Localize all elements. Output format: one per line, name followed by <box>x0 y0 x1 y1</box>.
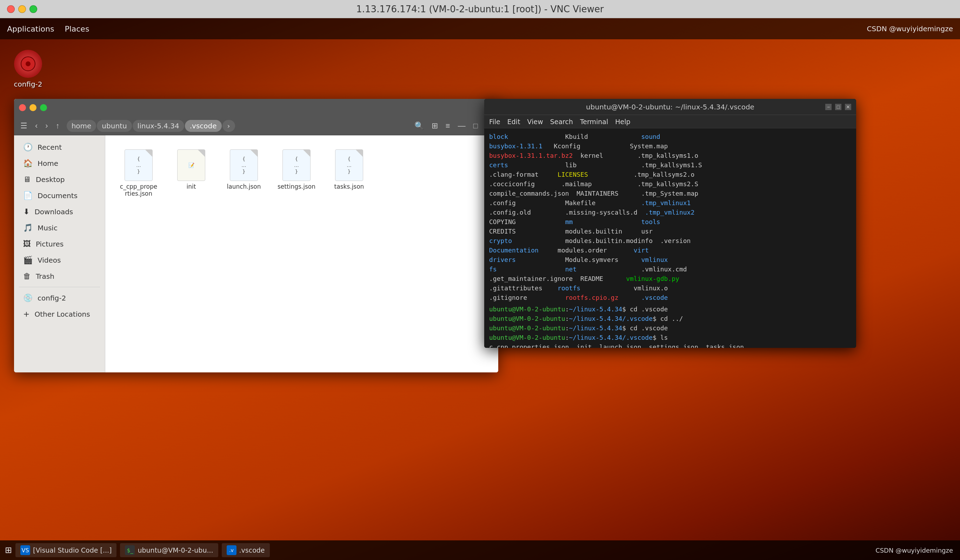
fm-places-btn[interactable]: ☰ <box>18 120 30 132</box>
other-locations-icon: + <box>23 310 29 318</box>
pictures-icon: 🖼 <box>23 239 31 248</box>
fm-view-toggle-btn[interactable]: ⊞ <box>429 120 441 132</box>
vnc-title: 1.13.176.174:1 (VM-0-2-ubuntu:1 [root]) … <box>356 4 604 14</box>
fm-fullscreen-btn[interactable]: □ <box>470 120 481 132</box>
sidebar-item-recent-label: Recent <box>38 143 62 152</box>
file-label-init: init <box>187 183 196 190</box>
sidebar-item-documents-label: Documents <box>38 191 78 200</box>
taskbar-terminal-label: ubuntu@VM-0-2-ubu... <box>138 546 213 554</box>
fm-crumb-ubuntu[interactable]: ubuntu <box>97 120 131 132</box>
vnc-close-btn[interactable] <box>7 5 15 13</box>
term-line-15: fs net .vmlinux.cmd <box>489 265 851 274</box>
file-icon-tasks: { ...} <box>335 149 363 181</box>
file-icon-launch: { ...} <box>230 149 258 181</box>
taskbar: ⊞ VS [Visual Studio Code [...] $_ ubuntu… <box>0 540 960 560</box>
vnc-min-btn[interactable] <box>18 5 26 13</box>
term-line-10: COPYING mm tools <box>489 217 851 227</box>
file-c-cpp[interactable]: { ...} c_cpp_properties.json <box>116 146 162 201</box>
desktop-icon-config2[interactable]: config-2 <box>7 50 49 88</box>
taskbar-item-terminal[interactable]: $_ ubuntu@VM-0-2-ubu... <box>120 543 218 557</box>
fm-minimize-btn[interactable]: — <box>455 120 469 132</box>
taskbar-item-vscode[interactable]: VS [Visual Studio Code [...] <box>16 543 117 557</box>
term-cmd-4: ubuntu@VM-0-2-ubuntu:~/linux-5.4.34/.vsc… <box>489 333 851 342</box>
term-menu-view[interactable]: View <box>527 118 543 126</box>
ubuntu-panel: Applications Places CSDN @wuyiyidemingze <box>0 18 960 39</box>
taskbar-user-label: CSDN @wuyiyidemingze <box>875 547 953 554</box>
taskbar-item-vscode-folder[interactable]: .v .vscode <box>222 543 270 557</box>
fm-search-btn[interactable]: 🔍 <box>411 120 427 132</box>
sidebar-item-music-label: Music <box>38 224 58 232</box>
fm-crumb-next[interactable]: › <box>222 120 235 132</box>
places-menu[interactable]: Places <box>64 24 89 34</box>
term-menu-file[interactable]: File <box>489 118 500 126</box>
sidebar-item-downloads[interactable]: ⬇ Downloads <box>16 204 103 220</box>
term-body[interactable]: block Kbuild sound busybox-1.31.1 Kconfi… <box>484 128 856 348</box>
term-menu-edit[interactable]: Edit <box>507 118 520 126</box>
recent-icon: 🕐 <box>23 143 33 152</box>
sidebar-item-videos[interactable]: 🎬 Videos <box>16 252 103 268</box>
taskbar-right: CSDN @wuyiyidemingze <box>875 547 953 554</box>
file-icon-c-cpp: { ...} <box>125 149 153 181</box>
desktop: Applications Places CSDN @wuyiyidemingze… <box>0 18 960 560</box>
fm-close-btn[interactable] <box>19 104 26 111</box>
fm-list-view-btn[interactable]: ≡ <box>443 120 453 132</box>
file-manager-window: ☰ ‹ › ↑ home ubuntu linux-5.4.34 .vscode… <box>14 99 498 372</box>
config2-label: config-2 <box>14 80 42 88</box>
sidebar-item-trash[interactable]: 🗑 Trash <box>16 268 103 284</box>
term-menu-help[interactable]: Help <box>615 118 630 126</box>
vnc-max-btn[interactable] <box>29 5 37 13</box>
term-max-btn[interactable]: □ <box>835 104 842 110</box>
file-tasks[interactable]: { ...} tasks.json <box>326 146 372 201</box>
file-launch[interactable]: { ...} launch.json <box>221 146 267 201</box>
sidebar-item-music[interactable]: 🎵 Music <box>16 220 103 236</box>
sidebar-item-pictures-label: Pictures <box>36 240 64 248</box>
fm-min-btn[interactable] <box>29 104 37 111</box>
sidebar-separator <box>19 287 100 287</box>
config2-icon <box>14 50 42 78</box>
sidebar-item-pictures[interactable]: 🖼 Pictures <box>16 236 103 252</box>
taskbar-apps-icon[interactable]: ⊞ <box>5 545 12 555</box>
vnc-window-controls <box>7 5 37 13</box>
term-cmd-2: ubuntu@VM-0-2-ubuntu:~/linux-5.4.34/.vsc… <box>489 314 851 323</box>
fm-max-btn[interactable] <box>40 104 47 111</box>
taskbar-vscode-label: [Visual Studio Code [...] <box>33 546 112 554</box>
term-line-5: .clang-format LICENSES .tmp_kallsyms2.o <box>489 170 851 179</box>
file-label-launch: launch.json <box>227 183 261 190</box>
taskbar-vscode-folder-label: .vscode <box>239 546 265 554</box>
file-settings[interactable]: { ...} settings.json <box>274 146 319 201</box>
term-cmd-1: ubuntu@VM-0-2-ubuntu:~/linux-5.4.34$ cd … <box>489 305 851 314</box>
fm-titlebar <box>14 99 498 116</box>
file-icon-init: 📝 <box>177 149 205 181</box>
sidebar-item-home[interactable]: 🏠 Home <box>16 155 103 171</box>
sidebar-item-recent[interactable]: 🕐 Recent <box>16 139 103 155</box>
fm-crumb-home[interactable]: home <box>67 120 96 132</box>
fm-up-btn[interactable]: ↑ <box>53 120 62 132</box>
term-ls-output: c_cpp_properties.json init launch.json s… <box>489 342 851 348</box>
sidebar-item-desktop-label: Desktop <box>36 175 64 184</box>
term-min-btn[interactable]: − <box>825 104 832 110</box>
sidebar-item-other[interactable]: + Other Locations <box>16 306 103 322</box>
fm-crumb-linux[interactable]: linux-5.4.34 <box>133 120 184 132</box>
file-init[interactable]: 📝 init <box>168 146 214 201</box>
term-close-btn[interactable]: ✕ <box>845 104 851 110</box>
file-label-tasks: tasks.json <box>334 183 364 190</box>
sidebar-item-config2[interactable]: 💿 config-2 <box>16 290 103 306</box>
sidebar-item-downloads-label: Downloads <box>34 207 73 216</box>
sidebar-item-config2-label: config-2 <box>38 294 66 302</box>
sidebar-item-documents[interactable]: 📄 Documents <box>16 188 103 203</box>
term-line-8: .config Makefile .tmp_vmlinux1 <box>489 198 851 207</box>
fm-crumb-vscode[interactable]: .vscode <box>185 120 222 132</box>
term-menu-search[interactable]: Search <box>550 118 573 126</box>
fm-forward-btn[interactable]: › <box>42 120 51 132</box>
term-controls: − □ ✕ <box>825 104 851 110</box>
file-icon-settings: { ...} <box>282 149 310 181</box>
fm-back-btn[interactable]: ‹ <box>32 120 40 132</box>
file-label-c-cpp: c_cpp_properties.json <box>119 183 158 197</box>
svg-point-1 <box>26 61 30 66</box>
applications-menu[interactable]: Applications <box>7 24 54 34</box>
term-menu-terminal[interactable]: Terminal <box>580 118 608 126</box>
sidebar-item-desktop[interactable]: 🖥 Desktop <box>16 171 103 187</box>
term-line-9: .config.old .missing-syscalls.d .tmp_vml… <box>489 207 851 217</box>
config2-disc-icon: 💿 <box>23 294 33 302</box>
panel-user: CSDN @wuyiyidemingze <box>867 24 953 33</box>
